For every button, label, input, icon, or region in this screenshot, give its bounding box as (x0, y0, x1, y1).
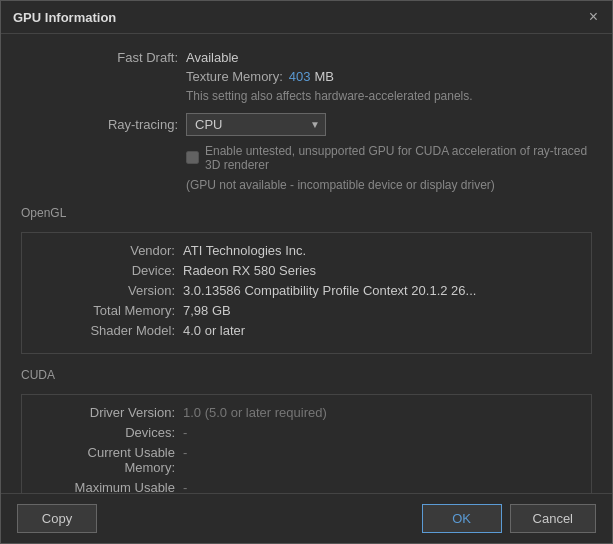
texture-note: This setting also affects hardware-accel… (21, 88, 592, 105)
driver-version-value: 1.0 (5.0 or later required) (183, 405, 327, 420)
incompatible-note: (GPU not available - incompatible device… (21, 178, 592, 192)
max-usable-value: - (183, 480, 187, 493)
opengl-section-header: OpenGL (21, 206, 592, 224)
title-bar: GPU Information × (1, 1, 612, 34)
gpu-information-dialog: GPU Information × Fast Draft: Available … (0, 0, 613, 544)
total-memory-row: Total Memory: 7,98 GB (38, 303, 575, 318)
total-memory-value: 7,98 GB (183, 303, 231, 318)
raytracing-label: Ray-tracing: (21, 117, 186, 132)
driver-version-label: Driver Version: (38, 405, 183, 420)
max-usable-row: Maximum Usable Memory: - (38, 480, 575, 493)
dialog-content: Fast Draft: Available Texture Memory: 40… (1, 34, 612, 493)
shader-model-value: 4.0 or later (183, 323, 245, 338)
device-row: Device: Radeon RX 580 Series (38, 263, 575, 278)
texture-memory-unit: MB (315, 69, 335, 84)
fast-draft-value: Available (186, 50, 239, 65)
cuda-devices-label: Devices: (38, 425, 183, 440)
texture-memory-row: Texture Memory: 403 MB (21, 69, 592, 84)
cancel-button[interactable]: Cancel (510, 504, 596, 533)
opengl-section: Vendor: ATI Technologies Inc. Device: Ra… (21, 232, 592, 354)
device-label: Device: (38, 263, 183, 278)
raytracing-row: Ray-tracing: CPU GPU ▼ (21, 113, 592, 136)
cuda-section: Driver Version: 1.0 (5.0 or later requir… (21, 394, 592, 493)
cuda-devices-value: - (183, 425, 187, 440)
version-label: Version: (38, 283, 183, 298)
cuda-checkbox-row: Enable untested, unsupported GPU for CUD… (21, 144, 592, 172)
driver-version-row: Driver Version: 1.0 (5.0 or later requir… (38, 405, 575, 420)
close-button[interactable]: × (587, 9, 600, 25)
cuda-devices-row: Devices: - (38, 425, 575, 440)
current-usable-label: Current Usable Memory: (38, 445, 183, 475)
raytracing-dropdown[interactable]: CPU GPU (186, 113, 326, 136)
version-value: 3.0.13586 Compatibility Profile Context … (183, 283, 476, 298)
device-value: Radeon RX 580 Series (183, 263, 316, 278)
vendor-row: Vendor: ATI Technologies Inc. (38, 243, 575, 258)
dialog-footer: Copy OK Cancel (1, 493, 612, 543)
vendor-value: ATI Technologies Inc. (183, 243, 306, 258)
current-usable-row: Current Usable Memory: - (38, 445, 575, 475)
shader-model-row: Shader Model: 4.0 or later (38, 323, 575, 338)
raytracing-dropdown-wrapper: CPU GPU ▼ (186, 113, 326, 136)
cuda-checkbox-label: Enable untested, unsupported GPU for CUD… (205, 144, 592, 172)
fast-draft-label: Fast Draft: (21, 50, 186, 65)
texture-memory-amount: 403 (289, 69, 311, 84)
max-usable-label: Maximum Usable Memory: (38, 480, 183, 493)
ok-button[interactable]: OK (422, 504, 502, 533)
cuda-checkbox[interactable] (186, 151, 199, 164)
texture-memory-label: Texture Memory: (186, 69, 283, 84)
fast-draft-row: Fast Draft: Available (21, 50, 592, 65)
dialog-title: GPU Information (13, 10, 116, 25)
version-row: Version: 3.0.13586 Compatibility Profile… (38, 283, 575, 298)
total-memory-label: Total Memory: (38, 303, 183, 318)
cuda-section-header: CUDA (21, 368, 592, 386)
vendor-label: Vendor: (38, 243, 183, 258)
footer-right-buttons: OK Cancel (422, 504, 596, 533)
current-usable-value: - (183, 445, 187, 475)
copy-button[interactable]: Copy (17, 504, 97, 533)
shader-model-label: Shader Model: (38, 323, 183, 338)
